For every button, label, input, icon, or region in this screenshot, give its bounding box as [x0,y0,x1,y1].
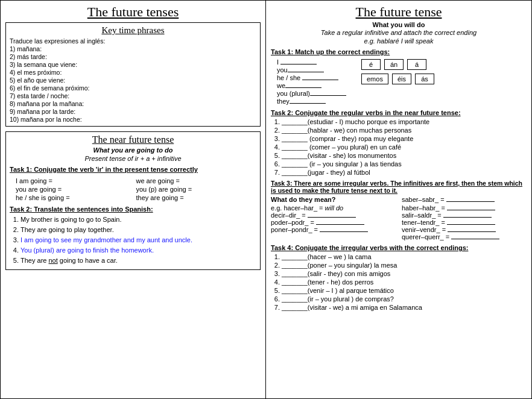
t2r-item-3: _______ (comprar - they) ropa muy elegan… [282,135,527,142]
right-subtitle3: e.g. hablaré I will speak [271,37,527,45]
key-phrases-box: Key time phrases Traduce las expresiones… [5,22,261,127]
conj-left-3: he / she is going = [16,193,136,202]
t2r-item-5: _______(visitar - she) los monumentos [282,152,527,159]
conj-left-1: I am going = [16,177,136,185]
task3-grid: e.g. hacer–har_ = will do decir–dir_ = p… [271,204,527,240]
t2r-item-2: _______(hablar - we) con muchas personas [282,127,527,134]
t3-tener: tener–tendr_ = [402,219,527,226]
conj-right-3: they are going = [136,193,257,202]
task4-right-title: Task 4: Conjugate the irregular verbs wi… [271,244,527,251]
kp-item-8: 8) mañana por la mañana: [10,100,256,107]
t3-querer: querer–querr_ = [402,233,527,240]
task3-left-col: e.g. hacer–har_ = will do decir–dir_ = p… [271,204,396,240]
pronoun-you: you [277,66,355,74]
task3-what-label: What do they mean? [271,196,396,203]
task2-item-3: I am going to see my grandmother and my … [21,236,256,243]
task2-right-list: _______(estudiar - I) mucho porque es im… [271,118,527,176]
task4-list: _______(hacer – we ) la cama _______(pon… [271,253,527,311]
task3-saber-label: saber–sabr_ = [402,196,527,203]
pronoun-list: I you he / she we you (plural) they [277,58,355,105]
near-future-box: The near future tense What you are going… [5,131,261,270]
right-subtitle2: Take a regular infinitive and attach the… [271,29,527,36]
ending-eis: éis [392,74,411,84]
ending-as: ás [415,74,434,84]
ending-an: án [384,59,404,70]
kp-item-7: 7) esta tarde / noche: [10,92,256,99]
kp-item-3: 3) la semana que viene: [10,61,256,68]
t4-item-2: _______(poner – you singular) la mesa [282,262,527,269]
task2-item-4: You (plural) are going to finish the hom… [21,247,256,254]
kp-item-4: 4) el mes próximo: [10,69,256,76]
t4-item-3: _______(salir - they) con mis amigos [282,270,527,277]
task1-left-title: Task 1: Conjugate the verb 'ir' in the p… [10,166,256,173]
ending-boxes: é án á emos éis ás [361,58,527,105]
kp-instruction: Traduce las expresiones al inglés: [10,37,256,45]
task2-item-5: They are not going to have a car. [21,257,256,264]
t3-decir: decir–dir_ = [271,212,396,219]
pronoun-youplural: you (plural) [277,90,355,97]
task2-left-title: Task 2: Translate the sentences into Spa… [10,206,256,213]
task2-item-1: My brother is going to go to Spain. [21,216,256,223]
right-panel: The future tense What you will do Take a… [265,0,532,399]
t3-venir: venir–vendr_ = [402,226,527,233]
right-subtitle1: What you will do [271,21,527,28]
left-panel: The future tenses Key time phrases Tradu… [0,0,265,399]
near-future-subtitle2: Present tense of ir + a + infinitive [10,155,256,162]
t2r-item-4: _______ (comer – you plural) en un café [282,143,527,151]
t3-hacer: e.g. hacer–har_ = will do [271,204,396,212]
task2-left-list: My brother is going to go to Spain. They… [10,216,256,264]
t4-item-4: _______(tener - he) dos perros [282,278,527,286]
kp-item-10: 10) mañana por la noche: [10,116,256,123]
t3-poder: poder–podr_ = [271,219,396,226]
pronoun-I: I [277,58,355,66]
ending-a: á [407,59,426,70]
t4-item-7: _______(visitar - we) a mi amiga en Sala… [282,304,527,311]
task3-section: What do they mean? saber–sabr_ = e.g. ha… [271,196,527,240]
t2r-item-1: _______(estudiar - I) mucho porque es im… [282,118,527,125]
kp-item-6: 6) el fin de semana próximo: [10,84,256,92]
t4-item-6: _______(ir – you plural ) de compras? [282,295,527,303]
pronoun-we: we [277,82,355,89]
conjugation-grid: I am going = we are going = you are goin… [16,177,256,202]
task3-right-title: Task 3: There are some irregular verbs. … [271,180,527,194]
t3-salir: salir–saldr_ = [402,212,527,219]
ending-e: é [361,59,381,70]
task2-item-2: They are going to play together. [21,226,256,233]
pronoun-they: they [277,98,355,105]
ending-emos: emos [361,74,388,84]
t3-haber: haber–habr_ = [402,204,527,212]
ending-row-2: emos éis ás [361,74,527,84]
t3-poner: poner–pondr_ = [271,226,396,233]
kp-item-9: 9) mañana por la tarde: [10,108,256,115]
conj-left-2: you are going = [16,185,136,193]
near-future-subtitle: What you are going to do [10,146,256,154]
conj-right-2: you (p) are going = [136,185,257,193]
task1-right-title: Task 1: Match up the correct endings: [271,48,527,55]
task3-header: What do they mean? saber–sabr_ = [271,196,527,203]
kp-item-1: 1) mañana: [10,45,256,52]
conj-right-1: we are going = [136,177,257,185]
task2-right-title: Task 2: Conjugate the regular verbs in t… [271,109,527,116]
task3-right-col: haber–habr_ = salir–saldr_ = tener–tendr… [402,204,527,240]
key-phrases-title: Key time phrases [10,25,256,36]
left-main-title: The future tenses [5,4,261,20]
task1-pronouns-layout: I you he / she we you (plural) they é án… [277,58,527,105]
kp-item-5: 5) el año que viene: [10,77,256,84]
t2r-item-6: _______ (ir – you singular ) a las tiend… [282,160,527,168]
t4-item-1: _______(hacer – we ) la cama [282,253,527,260]
right-main-title: The future tense [271,4,527,20]
t4-item-5: _______(venir – I ) al parque temático [282,287,527,294]
near-future-title: The near future tense [10,134,256,145]
pronoun-heshe: he / she [277,74,355,81]
key-phrases-list: Traduce las expresiones al inglés: 1) ma… [10,37,256,123]
ending-row-1: é án á [361,59,527,70]
kp-item-2: 2) más tarde: [10,53,256,60]
t2r-item-7: _______(jugar - they) al fútbol [282,169,527,176]
